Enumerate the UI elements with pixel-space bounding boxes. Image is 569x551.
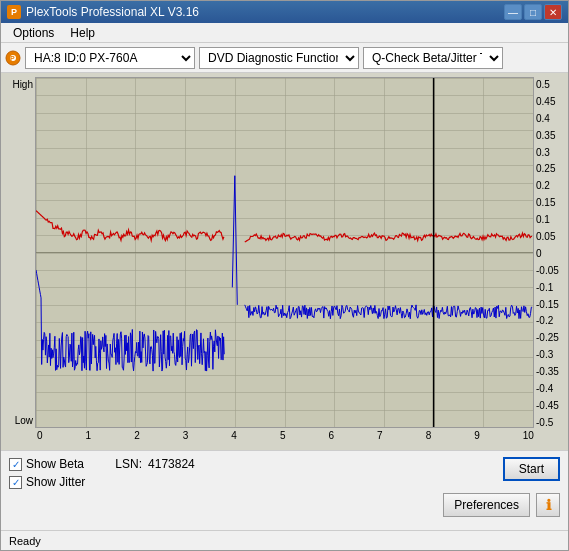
start-button[interactable]: Start <box>503 457 560 481</box>
show-beta-text: Show Beta <box>26 457 84 471</box>
title-bar: P PlexTools Professional XL V3.16 — □ ✕ <box>1 1 568 23</box>
test-select[interactable]: Q-Check Beta/Jitter Test <box>363 47 503 69</box>
show-beta-label[interactable]: ✓ Show Beta <box>9 457 85 471</box>
close-button[interactable]: ✕ <box>544 4 562 20</box>
svg-text:P: P <box>10 55 15 62</box>
lsn-value: 4173824 <box>148 457 195 471</box>
chart-right-labels: 0.5 0.45 0.4 0.35 0.3 0.25 0.2 0.15 0.1 … <box>534 77 568 446</box>
device-select[interactable]: HA:8 ID:0 PX-760A <box>25 47 195 69</box>
info-button[interactable]: ℹ <box>536 493 560 517</box>
chart-left-labels: High Low <box>5 77 35 446</box>
x-labels: 0 1 2 3 4 5 6 7 8 9 10 <box>35 430 534 441</box>
chart-x-axis: 0 1 2 3 4 5 6 7 8 9 10 <box>35 428 534 446</box>
info-icon: ℹ <box>546 497 551 513</box>
chart-area: High Low 0 1 2 3 4 5 6 7 8 9 10 <box>1 73 568 450</box>
lsn-label: LSN: <box>115 457 142 471</box>
chart-wrapper: 0 1 2 3 4 5 6 7 8 9 10 <box>35 77 534 446</box>
status-bar: Ready <box>1 530 568 550</box>
device-icon: P <box>5 50 21 66</box>
label-high: High <box>5 79 33 90</box>
menu-bar: Options Help <box>1 23 568 43</box>
function-select[interactable]: DVD Diagnostic Functions <box>199 47 359 69</box>
show-jitter-label[interactable]: ✓ Show Jitter <box>9 475 85 489</box>
app-icon: P <box>7 5 21 19</box>
maximize-button[interactable]: □ <box>524 4 542 20</box>
show-jitter-checkbox[interactable]: ✓ <box>9 476 22 489</box>
title-controls: — □ ✕ <box>504 4 562 20</box>
bottom-buttons: Start <box>503 457 560 481</box>
preferences-button[interactable]: Preferences <box>443 493 530 517</box>
toolbar: P HA:8 ID:0 PX-760A DVD Diagnostic Funct… <box>1 43 568 73</box>
label-low: Low <box>5 415 33 426</box>
menu-help[interactable]: Help <box>62 24 103 42</box>
chart-container <box>35 77 534 428</box>
bottom-panel: ✓ Show Beta ✓ Show Jitter LSN: 4173824 S… <box>1 450 568 530</box>
minimize-button[interactable]: — <box>504 4 522 20</box>
main-window: P PlexTools Professional XL V3.16 — □ ✕ … <box>0 0 569 551</box>
status-text: Ready <box>9 535 41 547</box>
title-text: PlexTools Professional XL V3.16 <box>26 5 504 19</box>
show-beta-checkbox[interactable]: ✓ <box>9 458 22 471</box>
show-jitter-text: Show Jitter <box>26 475 85 489</box>
lsn-group: LSN: 4173824 <box>115 457 194 471</box>
menu-options[interactable]: Options <box>5 24 62 42</box>
